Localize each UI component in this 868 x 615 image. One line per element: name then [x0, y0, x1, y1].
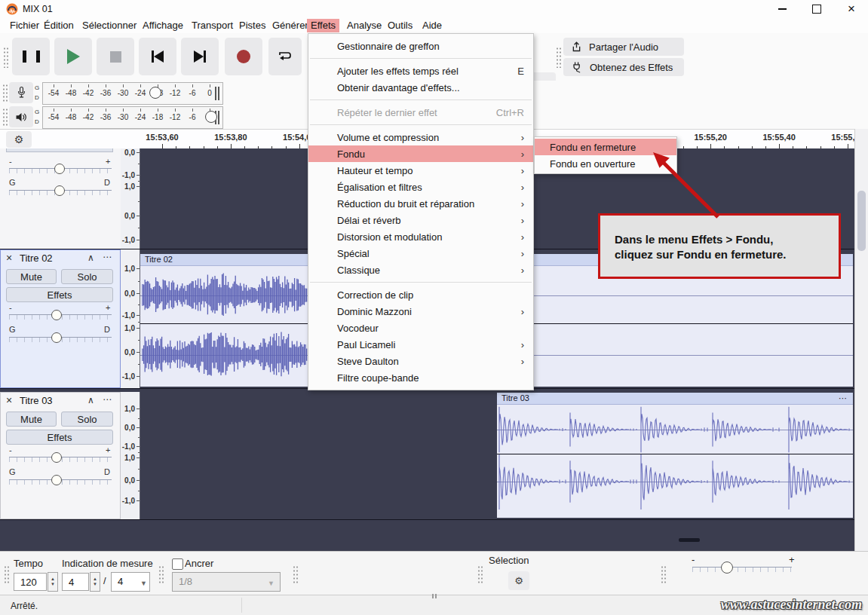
- effects-menu-item[interactable]: Spécial›: [308, 245, 533, 262]
- effects-menu-item[interactable]: Vocodeur: [308, 320, 533, 336]
- effects-menu-item[interactable]: Distorsion et modulation›: [308, 228, 533, 245]
- pause-button[interactable]: [12, 38, 50, 75]
- get-effects-button[interactable]: Obtenez des Effets: [563, 58, 684, 76]
- menubar-item[interactable]: Analyse: [343, 19, 385, 32]
- timeline-settings-button[interactable]: ⚙: [6, 131, 32, 148]
- track3-pan-thumb[interactable]: [51, 475, 62, 485]
- track2-close-button[interactable]: ×: [6, 252, 12, 264]
- effects-menu-item[interactable]: Classique›: [308, 262, 533, 278]
- close-button[interactable]: ×: [839, 0, 864, 18]
- snap-checkbox[interactable]: [172, 558, 183, 570]
- volume-slider-thumb[interactable]: [149, 87, 161, 99]
- menubar-item[interactable]: Affichage: [139, 19, 187, 32]
- toolbar-grip[interactable]: [3, 47, 9, 68]
- effects-menu-item[interactable]: Réduction du bruit et réparation›: [308, 195, 533, 212]
- toolbar-grip[interactable]: [661, 565, 667, 585]
- track3-title[interactable]: Titre 03: [20, 395, 53, 406]
- minimize-button[interactable]: [769, 0, 795, 18]
- menubar-item[interactable]: Édition: [40, 19, 78, 32]
- track3-menu-button[interactable]: ⋯: [103, 394, 112, 405]
- track2-gain-thumb[interactable]: [51, 310, 62, 320]
- track2-title[interactable]: Titre 02: [20, 252, 53, 264]
- track3-gain-thumb[interactable]: [51, 452, 62, 463]
- vertical-scrollbar-thumb[interactable]: [857, 191, 866, 251]
- effects-menu-item[interactable]: Paul Licameli›: [308, 336, 533, 353]
- effects-menu-item[interactable]: Gestionnaire de greffon: [308, 38, 533, 54]
- menubar-item[interactable]: Pistes: [235, 19, 269, 32]
- track1-header[interactable]: - + G D: [0, 148, 121, 249]
- track3-collapse-button[interactable]: ∧: [87, 395, 94, 405]
- track3-clip[interactable]: Titre 03 ⋯: [497, 393, 853, 518]
- toolbar-grip[interactable]: [2, 84, 8, 102]
- menubar-item[interactable]: Transport: [188, 19, 237, 32]
- record-meter-button[interactable]: [9, 82, 33, 103]
- track1-gain-thumb[interactable]: [54, 164, 65, 174]
- effects-menu-item[interactable]: Filtre coupe-bande: [308, 369, 533, 386]
- menubar-item[interactable]: Aide: [419, 19, 446, 32]
- effects-menu-item[interactable]: Correction de clip: [308, 286, 533, 303]
- menubar-item[interactable]: Outils: [384, 19, 416, 32]
- track1-pan-thumb[interactable]: [54, 185, 65, 196]
- track2-collapse-button[interactable]: ∧: [87, 252, 94, 263]
- toolbar-grip[interactable]: [293, 565, 299, 585]
- toolbar-grip[interactable]: [158, 565, 164, 585]
- track2-effects-button[interactable]: Effets: [6, 287, 113, 302]
- volume-slider-thumb[interactable]: [205, 111, 217, 123]
- menubar-item[interactable]: Effets: [307, 19, 339, 32]
- play-speed-thumb[interactable]: [721, 561, 733, 574]
- track3-solo-button[interactable]: Solo: [61, 412, 113, 427]
- track2-header[interactable]: × Titre 02 ∧ ⋯ Mute Solo Effets - + G D: [0, 249, 121, 388]
- track1-effects-button-partial[interactable]: [6, 148, 113, 152]
- track2-menu-button[interactable]: ⋯: [103, 252, 112, 262]
- effects-menu-item[interactable]: Égalisation et filtres›: [308, 179, 533, 195]
- track2-solo-button[interactable]: Solo: [61, 269, 113, 284]
- submenu-item[interactable]: Fondu en ouverture: [535, 155, 676, 172]
- skip-to-end-button[interactable]: [181, 38, 219, 75]
- playback-meter[interactable]: -54-48-42-36-30-24-18-12-60: [42, 106, 223, 129]
- share-audio-button[interactable]: Partager l'Audio: [563, 38, 684, 56]
- track3-close-button[interactable]: ×: [6, 394, 12, 406]
- record-button[interactable]: [225, 38, 262, 75]
- effects-menu-item[interactable]: Hauteur et tempo›: [308, 162, 533, 179]
- submenu-item[interactable]: Fondu en fermeture: [535, 139, 676, 155]
- time-signature-spinner[interactable]: ▲▼: [90, 572, 100, 592]
- vertical-scrollbar[interactable]: [854, 129, 868, 551]
- time-signature-lower-select[interactable]: 4▼: [111, 572, 150, 592]
- track3-effects-button[interactable]: Effets: [6, 430, 113, 445]
- track2-mute-button[interactable]: Mute: [6, 269, 57, 284]
- meter-scale-number: -6: [189, 113, 196, 121]
- effects-menu-item[interactable]: Obtenir davantage d'effets...: [308, 79, 533, 96]
- effects-menu-item[interactable]: Steve Daulton›: [308, 353, 533, 369]
- tempo-spinner[interactable]: ▲▼: [48, 572, 58, 592]
- playback-meter-button[interactable]: [9, 106, 33, 127]
- track2-pan-thumb[interactable]: [51, 332, 62, 343]
- track2-vertical-ruler: 1,00,0-1,01,00,0-1,0: [121, 249, 140, 388]
- loop-button[interactable]: [268, 38, 302, 75]
- snap-interval-select[interactable]: 1/8▼: [172, 572, 281, 592]
- horizontal-scrollbar-thumb[interactable]: [679, 538, 700, 542]
- menubar-item[interactable]: Sélectionner: [78, 19, 140, 32]
- skip-to-start-button[interactable]: [139, 38, 176, 75]
- effects-menu-item[interactable]: Répéter le dernier effetCtrl+R: [308, 104, 533, 121]
- menubar-item[interactable]: Générer: [268, 19, 312, 32]
- play-speed-slider[interactable]: [692, 567, 792, 572]
- toolbar-grip[interactable]: [2, 108, 8, 126]
- menubar-item[interactable]: Fichier: [6, 19, 43, 32]
- effects-menu-item[interactable]: Délai et réverb›: [308, 212, 533, 228]
- play-button[interactable]: [54, 38, 92, 75]
- maximize-button[interactable]: [804, 0, 830, 18]
- time-signature-upper-input[interactable]: 4: [62, 573, 89, 591]
- track3-mute-button[interactable]: Mute: [6, 412, 57, 427]
- toolbar-grip[interactable]: [4, 565, 10, 585]
- selection-settings-button[interactable]: ⚙: [508, 571, 529, 590]
- stop-button[interactable]: [97, 38, 134, 75]
- effects-menu-item[interactable]: Dominic Mazzoni›: [308, 303, 533, 320]
- toolbar-grip[interactable]: [556, 47, 562, 68]
- effects-menu-item[interactable]: Fondu›: [308, 145, 533, 162]
- toolbar-grip[interactable]: [477, 565, 483, 585]
- tempo-input[interactable]: 120: [14, 573, 47, 591]
- effects-menu-item[interactable]: Ajouter les effets temps réelE: [308, 63, 533, 79]
- recording-meter[interactable]: -54-48-42-36-30-24-18-12-60: [42, 82, 223, 105]
- track3-header[interactable]: × Titre 03 ∧ ⋯ Mute Solo Effets - + G D: [0, 392, 121, 519]
- effects-menu-item[interactable]: Volume et compression›: [308, 129, 533, 145]
